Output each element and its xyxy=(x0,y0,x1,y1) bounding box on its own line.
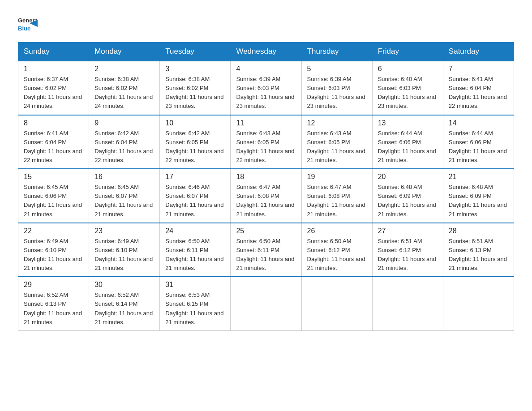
day-cell xyxy=(443,277,514,330)
logo-svg-icon: General Blue xyxy=(18,13,38,33)
day-number: 11 xyxy=(236,119,296,127)
day-cell: 19 Sunrise: 6:47 AMSunset: 6:08 PMDaylig… xyxy=(301,169,372,223)
day-number: 6 xyxy=(378,65,438,73)
day-cell: 12 Sunrise: 6:43 AMSunset: 6:05 PMDaylig… xyxy=(301,115,372,169)
day-number: 18 xyxy=(236,173,296,181)
day-info: Sunrise: 6:41 AMSunset: 6:04 PMDaylight:… xyxy=(24,129,83,165)
day-number: 27 xyxy=(378,227,438,235)
day-cell: 7 Sunrise: 6:41 AMSunset: 6:04 PMDayligh… xyxy=(443,61,514,115)
day-number: 12 xyxy=(307,119,367,127)
day-cell: 16 Sunrise: 6:45 AMSunset: 6:07 PMDaylig… xyxy=(89,169,160,223)
day-number: 1 xyxy=(24,65,83,73)
day-number: 23 xyxy=(94,227,154,235)
day-cell: 14 Sunrise: 6:44 AMSunset: 6:06 PMDaylig… xyxy=(443,115,514,169)
calendar-body: 1 Sunrise: 6:37 AMSunset: 6:02 PMDayligh… xyxy=(18,61,514,330)
day-cell: 9 Sunrise: 6:42 AMSunset: 6:04 PMDayligh… xyxy=(89,115,160,169)
day-info: Sunrise: 6:41 AMSunset: 6:04 PMDaylight:… xyxy=(449,75,508,111)
logo: General Blue xyxy=(18,13,38,33)
day-info: Sunrise: 6:45 AMSunset: 6:07 PMDaylight:… xyxy=(94,183,154,219)
day-info: Sunrise: 6:47 AMSunset: 6:08 PMDaylight:… xyxy=(236,183,296,219)
day-info: Sunrise: 6:46 AMSunset: 6:07 PMDaylight:… xyxy=(165,183,225,219)
week-row-1: 1 Sunrise: 6:37 AMSunset: 6:02 PMDayligh… xyxy=(18,61,514,115)
day-cell: 8 Sunrise: 6:41 AMSunset: 6:04 PMDayligh… xyxy=(18,115,89,169)
day-number: 30 xyxy=(94,281,154,289)
day-number: 26 xyxy=(307,227,367,235)
day-info: Sunrise: 6:47 AMSunset: 6:08 PMDaylight:… xyxy=(307,183,367,219)
day-info: Sunrise: 6:52 AMSunset: 6:14 PMDaylight:… xyxy=(94,291,154,327)
day-cell: 11 Sunrise: 6:43 AMSunset: 6:05 PMDaylig… xyxy=(231,115,301,169)
day-info: Sunrise: 6:42 AMSunset: 6:04 PMDaylight:… xyxy=(94,129,154,165)
day-number: 20 xyxy=(378,173,438,181)
day-info: Sunrise: 6:44 AMSunset: 6:06 PMDaylight:… xyxy=(378,129,438,165)
day-cell: 30 Sunrise: 6:52 AMSunset: 6:14 PMDaylig… xyxy=(89,277,160,330)
header-monday: Monday xyxy=(89,43,160,61)
week-row-3: 15 Sunrise: 6:45 AMSunset: 6:06 PMDaylig… xyxy=(18,169,514,223)
day-cell: 28 Sunrise: 6:51 AMSunset: 6:13 PMDaylig… xyxy=(443,223,514,277)
day-number: 16 xyxy=(94,173,154,181)
day-cell: 4 Sunrise: 6:39 AMSunset: 6:03 PMDayligh… xyxy=(231,61,301,115)
day-number: 3 xyxy=(165,65,225,73)
day-info: Sunrise: 6:51 AMSunset: 6:12 PMDaylight:… xyxy=(378,237,438,273)
day-cell: 2 Sunrise: 6:38 AMSunset: 6:02 PMDayligh… xyxy=(89,61,160,115)
day-info: Sunrise: 6:50 AMSunset: 6:11 PMDaylight:… xyxy=(165,237,225,273)
header-sunday: Sunday xyxy=(18,43,89,61)
header-row: SundayMondayTuesdayWednesdayThursdayFrid… xyxy=(18,43,514,61)
day-info: Sunrise: 6:53 AMSunset: 6:15 PMDaylight:… xyxy=(165,291,225,327)
calendar-table: SundayMondayTuesdayWednesdayThursdayFrid… xyxy=(18,42,514,331)
day-number: 22 xyxy=(24,227,83,235)
day-cell: 6 Sunrise: 6:40 AMSunset: 6:03 PMDayligh… xyxy=(372,61,443,115)
day-number: 5 xyxy=(307,65,367,73)
day-info: Sunrise: 6:50 AMSunset: 6:12 PMDaylight:… xyxy=(307,237,367,273)
day-info: Sunrise: 6:43 AMSunset: 6:05 PMDaylight:… xyxy=(307,129,367,165)
header-wednesday: Wednesday xyxy=(231,43,301,61)
day-cell: 17 Sunrise: 6:46 AMSunset: 6:07 PMDaylig… xyxy=(160,169,231,223)
day-info: Sunrise: 6:40 AMSunset: 6:03 PMDaylight:… xyxy=(378,75,438,111)
day-cell: 13 Sunrise: 6:44 AMSunset: 6:06 PMDaylig… xyxy=(372,115,443,169)
day-number: 8 xyxy=(24,119,83,127)
day-number: 13 xyxy=(378,119,438,127)
day-cell: 29 Sunrise: 6:52 AMSunset: 6:13 PMDaylig… xyxy=(18,277,89,330)
day-cell: 31 Sunrise: 6:53 AMSunset: 6:15 PMDaylig… xyxy=(160,277,231,330)
day-cell xyxy=(231,277,301,330)
day-info: Sunrise: 6:49 AMSunset: 6:10 PMDaylight:… xyxy=(24,237,83,273)
calendar-header: SundayMondayTuesdayWednesdayThursdayFrid… xyxy=(18,43,514,61)
day-info: Sunrise: 6:49 AMSunset: 6:10 PMDaylight:… xyxy=(94,237,154,273)
day-cell: 21 Sunrise: 6:48 AMSunset: 6:09 PMDaylig… xyxy=(443,169,514,223)
day-info: Sunrise: 6:44 AMSunset: 6:06 PMDaylight:… xyxy=(449,129,508,165)
day-info: Sunrise: 6:52 AMSunset: 6:13 PMDaylight:… xyxy=(24,291,83,327)
day-info: Sunrise: 6:45 AMSunset: 6:06 PMDaylight:… xyxy=(24,183,83,219)
day-info: Sunrise: 6:42 AMSunset: 6:05 PMDaylight:… xyxy=(165,129,225,165)
day-info: Sunrise: 6:50 AMSunset: 6:11 PMDaylight:… xyxy=(236,237,296,273)
day-info: Sunrise: 6:48 AMSunset: 6:09 PMDaylight:… xyxy=(449,183,508,219)
day-number: 10 xyxy=(165,119,225,127)
day-info: Sunrise: 6:51 AMSunset: 6:13 PMDaylight:… xyxy=(449,237,508,273)
week-row-5: 29 Sunrise: 6:52 AMSunset: 6:13 PMDaylig… xyxy=(18,277,514,330)
day-cell: 20 Sunrise: 6:48 AMSunset: 6:09 PMDaylig… xyxy=(372,169,443,223)
day-cell: 5 Sunrise: 6:39 AMSunset: 6:03 PMDayligh… xyxy=(301,61,372,115)
header: General Blue xyxy=(18,13,514,33)
day-number: 25 xyxy=(236,227,296,235)
day-cell: 24 Sunrise: 6:50 AMSunset: 6:11 PMDaylig… xyxy=(160,223,231,277)
day-info: Sunrise: 6:37 AMSunset: 6:02 PMDaylight:… xyxy=(24,75,83,111)
header-friday: Friday xyxy=(372,43,443,61)
day-number: 24 xyxy=(165,227,225,235)
day-cell: 23 Sunrise: 6:49 AMSunset: 6:10 PMDaylig… xyxy=(89,223,160,277)
day-number: 29 xyxy=(24,281,83,289)
day-cell: 25 Sunrise: 6:50 AMSunset: 6:11 PMDaylig… xyxy=(231,223,301,277)
svg-text:Blue: Blue xyxy=(18,25,30,32)
day-cell xyxy=(301,277,372,330)
day-number: 2 xyxy=(94,65,154,73)
day-number: 4 xyxy=(236,65,296,73)
day-info: Sunrise: 6:39 AMSunset: 6:03 PMDaylight:… xyxy=(307,75,367,111)
day-cell: 3 Sunrise: 6:38 AMSunset: 6:02 PMDayligh… xyxy=(160,61,231,115)
day-cell: 1 Sunrise: 6:37 AMSunset: 6:02 PMDayligh… xyxy=(18,61,89,115)
day-info: Sunrise: 6:48 AMSunset: 6:09 PMDaylight:… xyxy=(378,183,438,219)
week-row-4: 22 Sunrise: 6:49 AMSunset: 6:10 PMDaylig… xyxy=(18,223,514,277)
day-cell: 10 Sunrise: 6:42 AMSunset: 6:05 PMDaylig… xyxy=(160,115,231,169)
header-tuesday: Tuesday xyxy=(160,43,231,61)
day-info: Sunrise: 6:39 AMSunset: 6:03 PMDaylight:… xyxy=(236,75,296,111)
day-info: Sunrise: 6:38 AMSunset: 6:02 PMDaylight:… xyxy=(94,75,154,111)
day-number: 19 xyxy=(307,173,367,181)
day-info: Sunrise: 6:38 AMSunset: 6:02 PMDaylight:… xyxy=(165,75,225,111)
day-info: Sunrise: 6:43 AMSunset: 6:05 PMDaylight:… xyxy=(236,129,296,165)
